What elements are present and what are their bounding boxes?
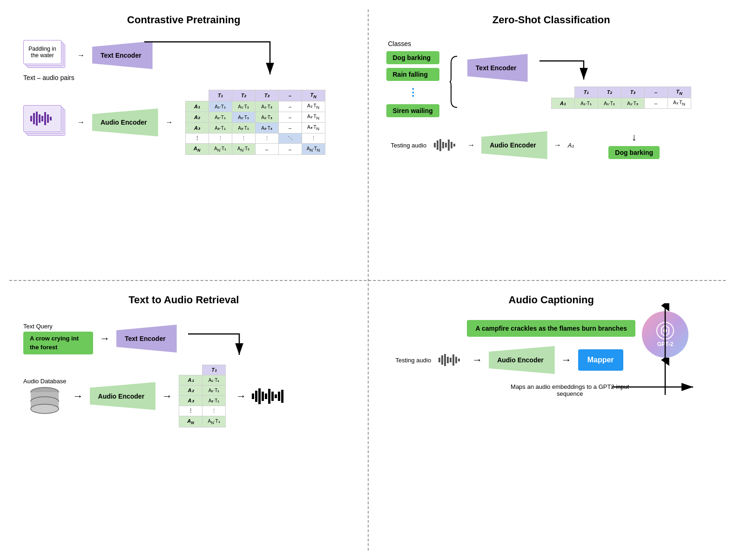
svg-rect-28 xyxy=(265,393,267,399)
q4-audio-encoder: Audio Encoder xyxy=(489,346,555,374)
q3-arrow-result: → xyxy=(236,390,246,402)
q2-dots: ⋮ xyxy=(386,85,439,100)
q4-audio-captioning: Audio Captioning A campfire crackles as … xyxy=(368,280,735,560)
q2-audio-waveform xyxy=(433,138,461,152)
svg-rect-37 xyxy=(447,357,449,363)
audio-document-stack xyxy=(23,105,70,140)
svg-point-23 xyxy=(31,404,59,413)
svg-rect-32 xyxy=(278,392,280,401)
svg-rect-40 xyxy=(455,357,457,363)
q2-text-encoder: Text Encoder xyxy=(467,54,528,82)
q3-arrow-db-to-audio-encoder: → xyxy=(73,390,83,402)
svg-rect-29 xyxy=(268,389,270,404)
q3-audio-encoder: Audio Encoder xyxy=(90,382,156,410)
svg-rect-7 xyxy=(50,117,52,120)
q2-class-rain: Rain falling xyxy=(386,68,439,81)
svg-rect-39 xyxy=(452,354,454,366)
q2-testing-audio-label: Testing audio xyxy=(391,142,427,149)
q4-gpt2-icon: GPT-2 xyxy=(642,311,688,358)
svg-rect-31 xyxy=(275,394,277,398)
q2-matrix: T₁ T₂ T₃ – TN A₁ A₁·T₁ A₁·T₂ A₁·T₃ – xyxy=(551,87,691,109)
q2-class-dog: Dog barking xyxy=(386,51,439,64)
q3-output-waveform xyxy=(251,387,288,406)
q4-arrow-up xyxy=(656,358,674,395)
q1-text-input: Paddling in the water xyxy=(23,40,61,64)
q3-query-label: Text Query xyxy=(23,323,93,330)
svg-rect-35 xyxy=(441,355,443,365)
svg-rect-2 xyxy=(36,112,38,126)
svg-rect-13 xyxy=(442,142,444,148)
svg-rect-0 xyxy=(30,116,32,121)
svg-rect-12 xyxy=(439,139,441,151)
svg-rect-24 xyxy=(252,393,254,399)
svg-rect-11 xyxy=(437,140,438,150)
q2-zero-shot: Zero-Shot Classification Classes Dog bar… xyxy=(368,0,735,280)
q4-audio-waveform xyxy=(438,353,465,367)
q2-output-label: Dog barking xyxy=(608,146,660,159)
svg-rect-25 xyxy=(255,391,257,402)
svg-rect-17 xyxy=(453,144,455,147)
q4-output-caption: A campfire crackles as the flames burn b… xyxy=(467,320,635,337)
q1-matrix: T₁ T₂ T₃ – TN A₁ A₁·T₁ A₁·T₂ A₁·T₃ – A₁·… xyxy=(185,90,325,155)
q4-arrow-2: → xyxy=(561,354,572,366)
svg-rect-10 xyxy=(434,143,436,147)
q4-maps-label: Maps an audio embeddings to a GPT2 input… xyxy=(498,383,642,397)
svg-rect-4 xyxy=(41,116,43,121)
q4-gpt2-logo xyxy=(656,321,674,340)
svg-rect-26 xyxy=(258,388,261,404)
svg-rect-15 xyxy=(448,140,450,151)
q1-title: Contrastive Pretraining xyxy=(19,14,349,26)
q4-testing-audio-label: Testing audio xyxy=(396,357,432,364)
svg-rect-16 xyxy=(451,142,452,148)
q1-pair-label: Text – audio pairs xyxy=(23,74,349,81)
main-container: Contrastive Pretraining Paddling in the … xyxy=(0,0,735,560)
arrow-audio-encoder-to-matrix: → xyxy=(166,118,173,127)
svg-rect-36 xyxy=(444,354,446,366)
q3-audio-db-label: Audio Database xyxy=(23,378,67,385)
q3-arrow-to-matrix-2: → xyxy=(162,390,172,402)
q3-query-text: A crow crying int the forest xyxy=(23,332,93,354)
q3-arrow-to-matrix xyxy=(183,320,253,357)
q4-gpt2-label: GPT-2 xyxy=(657,341,674,347)
svg-rect-14 xyxy=(445,143,447,147)
svg-rect-3 xyxy=(39,114,40,123)
text-document-stack: Paddling in the water xyxy=(23,40,70,70)
q3-matrix: T₁ A₁ A₁·T₁ A₂ A₂·T₁ A₃ A₃·T₁ xyxy=(179,365,226,427)
q4-mapper: Mapper xyxy=(578,349,623,371)
q2-classes-label: Classes xyxy=(388,40,439,47)
svg-rect-6 xyxy=(47,114,49,123)
svg-rect-1 xyxy=(33,113,35,124)
q3-arrow-to-text-encoder: → xyxy=(100,333,110,345)
q4-title: Audio Captioning xyxy=(386,294,717,306)
q4-arrow-1: → xyxy=(472,354,482,366)
svg-rect-38 xyxy=(450,358,452,362)
q3-title: Text to Audio Retrieval xyxy=(19,294,349,306)
svg-rect-33 xyxy=(281,390,283,403)
q1-contrastive-pretraining: Contrastive Pretraining Paddling in the … xyxy=(0,0,368,280)
q2-audio-encoder: Audio Encoder xyxy=(481,131,547,159)
svg-rect-41 xyxy=(458,359,460,361)
q1-audio-waveform xyxy=(23,105,61,132)
q3-text-encoder: Text Encoder xyxy=(116,325,177,353)
q1-audio-encoder: Audio Encoder xyxy=(92,108,158,136)
q1-text-encoder: Text Encoder xyxy=(92,41,153,69)
q3-database-icon xyxy=(28,387,61,414)
q2-title: Zero-Shot Classification xyxy=(386,14,717,26)
q2-arrow-2: → xyxy=(554,141,561,149)
q3-text-audio-retrieval: Text to Audio Retrieval Text Query A cro… xyxy=(0,280,368,560)
arrow-text-to-encoder: → xyxy=(77,51,85,60)
arrow-audio-to-encoder: → xyxy=(77,118,85,127)
q2-class-siren: Siren wailing xyxy=(386,104,439,117)
svg-rect-30 xyxy=(271,392,274,401)
q2-arrow-to-audio-encoder: → xyxy=(467,141,475,149)
svg-rect-5 xyxy=(44,112,46,125)
q2-bracket xyxy=(449,54,458,110)
svg-rect-27 xyxy=(262,392,264,401)
svg-point-43 xyxy=(663,329,667,333)
horizontal-divider xyxy=(9,280,726,281)
svg-rect-34 xyxy=(438,358,440,362)
q2-arrow-to-matrix xyxy=(537,40,602,82)
